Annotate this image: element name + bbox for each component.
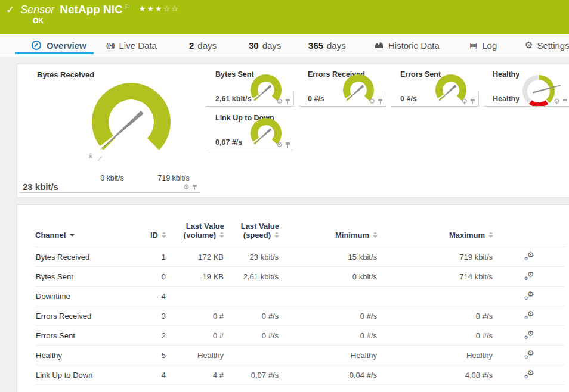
- gear-icon[interactable]: ⚙: [276, 142, 283, 148]
- gauge-max-label: 719 kbit/s: [150, 174, 197, 182]
- col-header-minimum[interactable]: Minimum: [279, 222, 378, 247]
- col-label: (speed): [243, 231, 271, 239]
- tab-label: Settings: [537, 41, 569, 51]
- sort-desc-icon: [69, 234, 75, 237]
- last-value-speed: 23 kbit/s: [224, 247, 279, 267]
- col-header-last-value-speed[interactable]: Last Value (speed): [224, 222, 279, 247]
- channel-settings-icon[interactable]: ⚙⚙: [524, 291, 534, 300]
- pin-icon[interactable]: [285, 98, 290, 105]
- last-value-volume: 4 #: [166, 365, 224, 385]
- minimum-value: 0 #/s: [279, 326, 378, 346]
- gauges-card: Bytes Received x̄ 0 kbit/s 719 kbit/s 23…: [17, 64, 569, 198]
- last-value-speed: 0 #/s: [224, 306, 279, 326]
- mini-panel-errors-received: Errors Received 0 #/s ⚙: [299, 67, 386, 110]
- gear-icon[interactable]: ⚙: [553, 98, 560, 105]
- gear-icon: ⚙: [524, 276, 528, 281]
- col-header-id[interactable]: ID: [119, 222, 166, 247]
- last-value-volume: 19 KB: [166, 267, 224, 287]
- gear-icon: ⚙: [524, 335, 528, 340]
- gear-icon: ⚙: [524, 315, 528, 321]
- tab-historic-data[interactable]: Historic Data: [374, 34, 440, 57]
- col-header-last-value-volume[interactable]: Last Value (volume): [166, 222, 224, 247]
- col-label: (volume): [184, 231, 216, 239]
- last-value-volume: 0 #: [166, 306, 224, 326]
- tab-log[interactable]: ▤ Log: [469, 34, 497, 57]
- divider: [206, 106, 293, 107]
- minimum-value: 0 #/s: [279, 306, 378, 326]
- mini-gauge-value: 0 #/s: [308, 95, 324, 103]
- sort-icon: [219, 232, 224, 238]
- channel-settings-icon[interactable]: ⚙⚙: [524, 350, 534, 359]
- minimum-value: 0 kbit/s: [279, 267, 378, 287]
- channel-table: Channel ID Last Value (volume) Last Valu…: [35, 222, 565, 385]
- object-kind-label: Sensor: [20, 4, 54, 16]
- pin-icon[interactable]: [562, 98, 568, 105]
- last-value-volume: 172 KB: [166, 247, 224, 267]
- flag-icon[interactable]: ⚐: [125, 3, 131, 11]
- mini-panel-link-up-to-down: Link Up to Down 0,07 #/s ⚙: [206, 111, 294, 154]
- col-header-channel[interactable]: Channel: [35, 222, 119, 247]
- tab-live-data[interactable]: ((•)) Live Data: [106, 34, 157, 57]
- mini-panel-errors-sent: Errors Sent 0 #/s ⚙: [391, 67, 479, 110]
- pin-icon[interactable]: [192, 184, 197, 191]
- tab-settings[interactable]: ⚙ Settings: [525, 34, 569, 57]
- pin-icon[interactable]: [285, 142, 290, 148]
- last-value-speed: 0,07 #/s: [224, 365, 279, 385]
- channel-name: Downtime: [35, 287, 119, 306]
- mini-gauge-value: Healthy: [493, 95, 519, 103]
- tab-2-days[interactable]: 2 days: [189, 34, 217, 57]
- table-row: Healthy 5 Healthy Healthy Healthy ⚙⚙: [35, 346, 565, 365]
- tab-30-days[interactable]: 30 days: [249, 34, 281, 57]
- maximum-value: 4,08 #/s: [378, 365, 493, 385]
- gear-icon: ⚙: [524, 354, 528, 360]
- col-label: Channel: [35, 231, 66, 239]
- mini-panel-bytes-sent: Bytes Sent 2,61 kbit/s ⚙: [206, 67, 294, 110]
- tab-label: days: [327, 41, 346, 51]
- gear-icon[interactable]: ⚙: [276, 98, 283, 105]
- tab-number: 2: [189, 41, 194, 51]
- area-chart-icon: [374, 41, 384, 51]
- channel-settings-icon[interactable]: ⚙⚙: [524, 310, 534, 320]
- sensor-header: ✓ Sensor NetApp NIC ⚐ ★★★☆☆ OK: [0, 0, 569, 34]
- channel-id: -4: [119, 287, 166, 306]
- channel-name: Bytes Received: [35, 247, 119, 267]
- gear-icon[interactable]: ⚙: [369, 98, 375, 105]
- log-list-icon: ▤: [469, 41, 477, 50]
- tab-overview[interactable]: Overview: [32, 34, 86, 57]
- gear-icon: ⚙: [524, 256, 528, 262]
- sensor-status-badge: OK: [33, 17, 44, 25]
- table-row: Link Up to Down 4 4 # 0,07 #/s 0,04 #/s …: [35, 365, 565, 385]
- divider: [299, 106, 386, 107]
- tab-label: Live Data: [119, 41, 157, 51]
- channels-card: Channel ID Last Value (volume) Last Valu…: [17, 204, 569, 392]
- gear-icon[interactable]: ⚙: [461, 98, 468, 105]
- gear-icon: ⚙: [524, 374, 528, 379]
- gear-icon[interactable]: ⚙: [183, 184, 190, 191]
- col-header-maximum[interactable]: Maximum: [378, 222, 493, 247]
- priority-stars[interactable]: ★★★☆☆: [139, 4, 180, 13]
- channel-settings-icon[interactable]: ⚙⚙: [524, 271, 534, 281]
- minimum-value: [279, 287, 378, 306]
- table-row: Downtime -4 ⚙⚙: [35, 287, 565, 306]
- sort-icon: [488, 232, 493, 238]
- col-label: Minimum: [335, 231, 369, 239]
- maximum-value: Healthy: [378, 346, 493, 365]
- minimum-value: Healthy: [279, 346, 378, 365]
- pin-icon[interactable]: [470, 98, 475, 105]
- status-ok-check-icon: ✓: [6, 4, 14, 16]
- tab-365-days[interactable]: 365 days: [308, 34, 346, 57]
- pin-icon[interactable]: [378, 98, 383, 105]
- tab-number: 365: [308, 41, 323, 51]
- primary-gauge-value: 23 kbit/s: [23, 182, 58, 192]
- last-value-volume: 0 #: [166, 326, 224, 346]
- channel-settings-icon[interactable]: ⚙⚙: [524, 251, 534, 261]
- mean-marker: x̄: [89, 153, 92, 160]
- channel-name: Errors Received: [35, 306, 119, 326]
- table-row: Bytes Received 1 172 KB 23 kbit/s 15 kbi…: [35, 247, 565, 267]
- col-label: Last Value: [186, 222, 224, 231]
- primary-gauge-title: Bytes Received: [37, 70, 94, 79]
- channel-settings-icon[interactable]: ⚙⚙: [524, 369, 534, 379]
- last-value-volume: [166, 287, 224, 306]
- channel-settings-icon[interactable]: ⚙⚙: [524, 330, 534, 340]
- col-label: ID: [150, 231, 158, 239]
